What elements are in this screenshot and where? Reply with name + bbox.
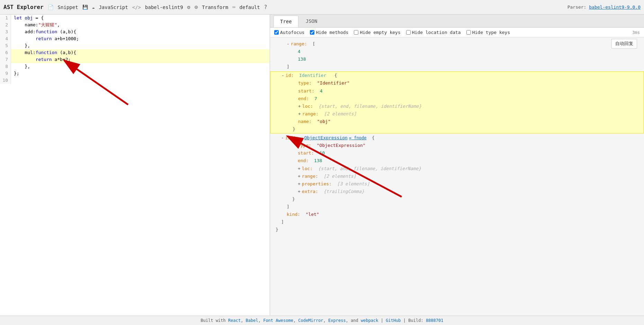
- footer-babel-link[interactable]: Babel: [246, 318, 258, 323]
- parser-info: Parser: babel-eslint9-9.0.0: [567, 5, 641, 10]
- hide-type-keys-checkbox[interactable]: [466, 30, 471, 35]
- autofocus-checkbox[interactable]: [274, 30, 279, 35]
- autofocus-option[interactable]: Autofocus: [274, 30, 304, 35]
- footer-fontawesome-link[interactable]: Font Awesome: [263, 318, 293, 323]
- keyboard-icon: ⌨: [232, 5, 235, 10]
- tab-bar: Tree JSON: [270, 15, 644, 28]
- save-icon[interactable]: 💾: [82, 5, 88, 10]
- code-line-6: 6 mul:function (a,b){: [0, 49, 270, 56]
- tree-line-id-start: start: 4: [270, 87, 644, 95]
- parser-link[interactable]: babel-eslint9-9.0.0: [589, 5, 641, 10]
- tree-line-init-extra: + extra: {trailingComma}: [270, 188, 644, 195]
- hide-location-option[interactable]: Hide location data: [406, 30, 461, 35]
- tree-line-range-138: 138: [270, 55, 644, 63]
- code-icon: </>: [132, 5, 141, 10]
- fnode-link[interactable]: = fnode: [349, 134, 367, 141]
- tree-line-id-range: + range: [2 elements]: [270, 110, 644, 118]
- tab-json[interactable]: JSON: [299, 15, 324, 27]
- id-node-highlight: - id: Identifier { type: "Identifier" st…: [270, 71, 644, 133]
- code-line-10: 10: [0, 77, 270, 84]
- tree-line-init-close: }: [270, 195, 644, 203]
- hide-methods-option[interactable]: Hide methods: [310, 30, 348, 35]
- header: AST Explorer 📄 Snippet 💾 ☁️ JavaScript <…: [0, 0, 644, 15]
- tree-line-init-type: type: "ObjectExpression": [270, 142, 644, 149]
- code-line-8: 8 },: [0, 63, 270, 70]
- tree-line-init-properties: + properties: [3 elements]: [270, 180, 644, 188]
- gear-icon[interactable]: ⚙: [187, 4, 190, 10]
- code-line-7: 7 return a*b+2;: [0, 56, 270, 63]
- init-node: - init: ObjectExpression = fnode { type:…: [270, 134, 644, 203]
- footer-github-link[interactable]: GitHub: [386, 318, 401, 323]
- tree-line-init-loc: + loc: {start, and, filename, identifier…: [270, 165, 644, 173]
- babel-eslint-nav[interactable]: babel-eslint9: [145, 5, 183, 10]
- tree-line-id-end: end: 7: [270, 95, 644, 103]
- code-line-1: 1 let obj = {: [0, 15, 270, 21]
- tree-line-id: - id: Identifier {: [270, 72, 644, 79]
- tree-line-range-close: ]: [270, 63, 644, 71]
- app-title: AST Explorer: [3, 4, 44, 10]
- tree-line-id-name: name: "obj": [270, 118, 644, 125]
- autofocus-button[interactable]: 自动回复: [611, 39, 637, 49]
- snippet-nav[interactable]: Snippet: [58, 5, 78, 10]
- cloud-icon[interactable]: ☁️: [92, 5, 95, 10]
- tree-line-range-4: 4: [270, 48, 644, 55]
- footer-codemirror-link[interactable]: CodeMirror: [298, 318, 323, 323]
- main-area: 1 let obj = { 2 name:"大猩猩", 3 add:functi…: [0, 15, 644, 316]
- tree-line-range-header: - range: [: [270, 40, 644, 48]
- tree-pane: Tree JSON Autofocus Hide methods Hide em…: [270, 15, 644, 316]
- footer: Built with React, Babel, Font Awesome, C…: [0, 316, 644, 325]
- code-line-9: 9 };: [0, 70, 270, 77]
- footer-react-link[interactable]: React: [228, 318, 241, 323]
- code-line-3: 3 add:function (a,b){: [0, 28, 270, 35]
- tree-line-init-end: end: 138: [270, 157, 644, 165]
- tree-line-id-type: type: "Identifier": [270, 79, 644, 87]
- tree-line-close3: }: [270, 226, 644, 234]
- code-line-4: 4 return a+b+1000;: [0, 35, 270, 42]
- tree-line-id-close: }: [270, 125, 644, 133]
- code-line-5: 5 },: [0, 42, 270, 49]
- toggle-icon[interactable]: ⊙: [195, 4, 198, 10]
- hide-empty-keys-option[interactable]: Hide empty keys: [354, 30, 400, 35]
- tree-line-init-start: start: 10: [270, 149, 644, 157]
- tree-line-kind: kind: "let": [270, 211, 644, 218]
- file-icon[interactable]: 📄: [48, 5, 54, 10]
- transform-nav[interactable]: Transform: [202, 5, 228, 10]
- tree-content[interactable]: 自动回复 - range: [ 4 138 ]: [270, 37, 644, 316]
- hide-empty-keys-checkbox[interactable]: [354, 30, 358, 35]
- footer-build-link[interactable]: 8888701: [426, 318, 444, 323]
- footer-express-link[interactable]: Express: [328, 318, 346, 323]
- footer-webpack-link[interactable]: webpack: [361, 318, 378, 323]
- options-bar: Autofocus Hide methods Hide empty keys H…: [270, 28, 644, 37]
- tree-line-init-range: + range: [2 elements]: [270, 173, 644, 180]
- default-nav[interactable]: default: [240, 5, 260, 10]
- tree-line-arr-close1: ]: [270, 203, 644, 211]
- javascript-nav[interactable]: JavaScript: [99, 5, 128, 10]
- hide-type-keys-option[interactable]: Hide type keys: [466, 30, 510, 35]
- tab-tree[interactable]: Tree: [274, 16, 298, 27]
- hide-methods-checkbox[interactable]: [310, 30, 314, 35]
- tree-line-id-loc: + loc: {start, end, filename, identifier…: [270, 103, 644, 110]
- code-line-2: 2 name:"大猩猩",: [0, 21, 270, 28]
- help-icon[interactable]: ?: [264, 4, 267, 10]
- tree-line-close2: ]: [270, 218, 644, 226]
- tree-line-init: - init: ObjectExpression = fnode {: [270, 134, 644, 142]
- editor-pane[interactable]: 1 let obj = { 2 name:"大猩猩", 3 add:functi…: [0, 15, 270, 316]
- timer: 3ms: [632, 30, 640, 35]
- code-editor: 1 let obj = { 2 name:"大猩猩", 3 add:functi…: [0, 15, 270, 84]
- hide-location-checkbox[interactable]: [406, 30, 411, 35]
